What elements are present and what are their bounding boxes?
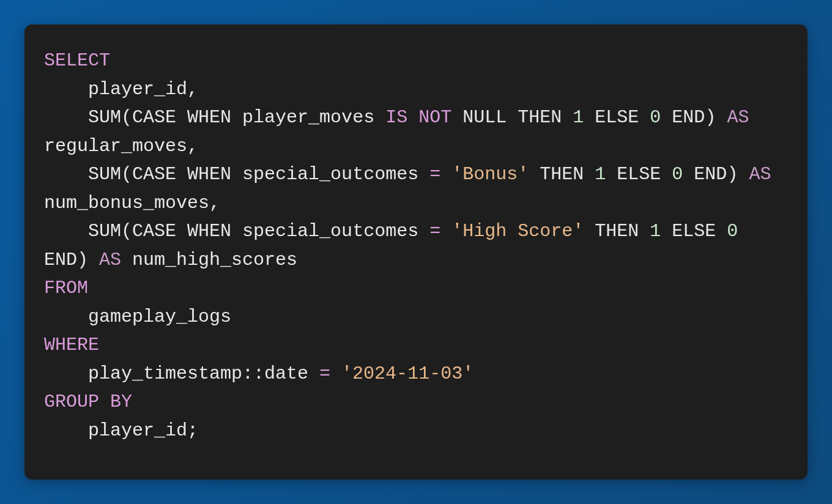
code-token: ELSE [617, 164, 661, 185]
code-token [507, 107, 518, 128]
code-token [584, 221, 595, 242]
code-token: player_id; [44, 420, 198, 441]
code-token [176, 107, 187, 128]
code-token: FROM [44, 278, 88, 298]
code-token: = [429, 221, 440, 242]
code-token: ELSE [672, 221, 716, 242]
code-token: THEN [595, 221, 639, 242]
code-token: 0 [672, 164, 683, 185]
code-token [407, 107, 418, 128]
code-token [529, 164, 540, 185]
code-token: SUM [88, 221, 121, 242]
code-token: ( [121, 107, 132, 128]
code-token [738, 221, 749, 242]
code-token [176, 221, 187, 242]
code-token: END [694, 164, 727, 185]
code-token: WHERE [44, 335, 99, 355]
sql-code[interactable]: SELECT player_id, SUM(CASE WHEN player_m… [44, 46, 788, 445]
code-token [661, 107, 672, 128]
code-token: SUM [88, 164, 121, 185]
code-token: 'High Score' [451, 221, 584, 242]
code-token: 'Bonus' [451, 164, 529, 185]
code-token [683, 164, 694, 185]
code-token: WHEN [187, 107, 231, 128]
code-token: ( [121, 221, 132, 242]
code-token: WHEN [187, 164, 231, 185]
code-token: END [672, 107, 705, 128]
code-token [584, 107, 595, 128]
code-token: CASE [132, 107, 176, 128]
code-token: 1 [595, 164, 606, 185]
code-token [562, 107, 573, 128]
code-token: THEN [540, 164, 584, 185]
code-token [330, 363, 341, 384]
code-token [606, 164, 617, 185]
code-token: 1 [650, 221, 661, 242]
code-token: NULL [462, 107, 507, 128]
code-token [639, 107, 650, 128]
code-token [176, 164, 187, 185]
code-token [716, 221, 727, 242]
code-token: NOT [418, 107, 451, 128]
code-token: THEN [518, 107, 562, 128]
code-token: ELSE [595, 107, 639, 128]
code-token: = [319, 363, 330, 384]
code-token: SELECT [44, 50, 110, 71]
code-token: GROUP BY [44, 391, 132, 412]
code-token: special_outcomes [231, 164, 429, 185]
code-token: AS [749, 164, 771, 185]
code-token: ( [121, 164, 132, 185]
code-token: SUM [88, 107, 121, 128]
code-token: AS [727, 107, 749, 128]
code-token: CASE [132, 164, 176, 185]
code-block-container: SELECT player_id, SUM(CASE WHEN player_m… [24, 24, 808, 480]
code-token [451, 107, 462, 128]
code-token: gameplay_logs [44, 306, 231, 327]
code-token: 0 [650, 107, 661, 128]
code-token: = [429, 164, 440, 185]
code-token [440, 164, 451, 185]
code-token [584, 164, 595, 185]
code-token: special_outcomes [231, 221, 429, 242]
code-token: play_timestamp::date [44, 363, 319, 384]
code-token: 0 [727, 221, 738, 242]
code-token: END [44, 250, 77, 270]
code-token: IS [385, 107, 407, 128]
code-token: '2024-11-03' [341, 363, 474, 384]
code-token: 1 [573, 107, 584, 128]
code-token: ) [77, 250, 99, 270]
code-token [661, 221, 672, 242]
code-token: player_moves [231, 107, 385, 128]
code-token [440, 221, 451, 242]
code-token: CASE [132, 221, 176, 242]
code-token: AS [99, 250, 121, 270]
code-token: ) [705, 107, 727, 128]
code-token: ) [727, 164, 749, 185]
code-token [661, 164, 672, 185]
code-token [639, 221, 650, 242]
code-token: num_high_scores [121, 250, 297, 270]
code-token: WHEN [187, 221, 231, 242]
